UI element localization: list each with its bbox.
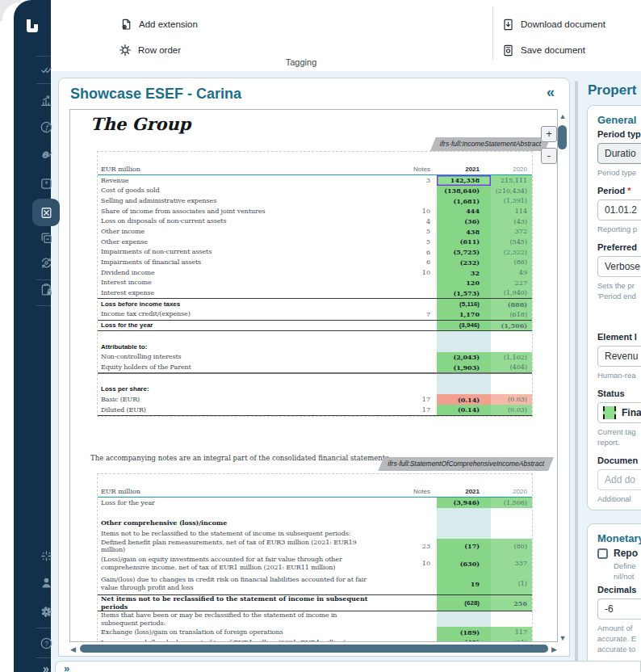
sidebar-item-e-check[interactable]: e [32,140,60,167]
fact-cell-2020[interactable]: (618) [491,309,532,320]
sidebar-item-function[interactable]: ƒ [32,113,60,141]
documentation-input[interactable]: Add do [597,469,641,490]
sidebar-item-copy[interactable] [32,224,60,251]
fact-cell-2021[interactable]: (0.14) [437,394,491,405]
sidebar-expand-icon[interactable]: » [32,662,60,672]
zoom-out-button[interactable]: - [541,148,557,164]
fact-cell-2020[interactable]: (404) [491,362,532,372]
download-document-button[interactable]: Download document [501,16,605,32]
scroll-up-arrow[interactable]: ▲ [557,112,568,120]
preferred-select[interactable]: Verbose [597,256,641,277]
fact-cell-2021[interactable]: 120 [437,278,491,288]
fact-cell-2020[interactable]: 337 [491,554,532,573]
fact-cell-2021[interactable] [437,518,491,528]
fact-cell-2021[interactable]: (5,116) [437,299,491,309]
fact-cell-2020[interactable]: (210,434) [491,186,532,196]
zoom-in-button[interactable]: + [541,126,557,142]
fact-cell-2021[interactable] [437,528,491,539]
app-logo[interactable] [23,16,42,36]
comprehensive-income-tag-badge[interactable]: ifrs-full:StatementOfComprehensiveIncome… [378,457,554,471]
fact-cell-2021[interactable]: 444 [437,206,491,216]
fact-cell-2020[interactable] [491,611,532,627]
period-input[interactable]: 01.01.2 [597,200,641,220]
sidebar-item-star-box[interactable]: * [32,170,60,197]
fact-cell-2021[interactable]: 32 [437,267,491,278]
fact-cell-2020[interactable]: (1) [491,573,532,594]
sidebar-item-double-check[interactable] [32,56,60,83]
fact-cell-2020[interactable]: (51) [491,637,532,642]
fact-cell-2020[interactable] [491,508,532,519]
row-order-button[interactable]: Row order [118,42,181,58]
scroll-right-arrow[interactable]: ▶ [551,645,557,653]
fact-cell-2021[interactable] [437,331,491,342]
fact-cell-2020[interactable] [491,342,532,352]
sidebar-item-gear[interactable] [32,598,60,625]
sidebar-item-spreadsheet-x[interactable] [32,199,60,226]
fact-cell-2021[interactable]: (628) [437,595,491,611]
fact-cell-2021[interactable]: (1,903) [437,362,491,372]
fact-cell-2020[interactable]: (0.03) [491,405,532,415]
fact-cell-2020[interactable]: (545) [491,237,532,247]
fact-cell-2020[interactable]: (1,940) [491,288,532,299]
fact-cell-2021[interactable]: (1,681) [437,195,491,206]
fact-cell-2020[interactable]: 49 [491,267,532,278]
fact-cell-2020[interactable]: (80) [491,539,532,554]
fact-cell-2020[interactable]: (86) [491,258,532,268]
fact-cell-2020[interactable]: (888) [491,299,532,309]
fact-cell-2020[interactable]: (1,102) [491,352,532,363]
fact-cell-2020[interactable]: (1,391) [491,195,532,206]
save-document-button[interactable]: Save document [501,42,585,58]
fact-cell-2021[interactable]: (42) [437,637,491,642]
collapse-panel-icon[interactable]: « [547,84,555,101]
fact-cell-2021[interactable]: (3,946) [437,498,491,508]
fact-cell-2020[interactable] [491,331,532,342]
fact-cell-2020[interactable]: (1,506) [491,498,532,508]
income-statement-tag-badge[interactable]: ifrs-full:IncomeStatementAbstract [430,137,551,151]
fact-cell-2021[interactable]: (611) [437,237,491,247]
fact-cell-2020[interactable]: 227 [491,278,532,288]
fact-cell-2021[interactable]: (0.14) [437,405,491,415]
fact-cell-2020[interactable]: (0.03) [491,394,532,405]
element-label-input[interactable]: Revenu [597,346,641,367]
fact-cell-2021[interactable]: (1,573) [437,288,491,299]
fact-cell-2021[interactable]: (2,043) [437,352,491,363]
fact-cell-2021[interactable]: 1,170 [437,309,491,320]
bottom-drawer-expand-icon[interactable]: » [64,662,69,672]
fact-cell-2021[interactable]: (5,725) [437,247,491,258]
fact-cell-2020[interactable] [491,374,532,384]
fact-cell-2020[interactable]: 117 [491,627,532,637]
fact-cell-2021[interactable]: 19 [437,573,491,594]
period-type-select[interactable]: Duratio [597,143,641,164]
decimals-input[interactable]: -6 [597,598,641,620]
fact-cell-2020[interactable]: 372 [491,226,532,237]
fact-cell-2020[interactable]: 114 [491,206,532,216]
scroll-left-arrow[interactable]: ◀ [70,645,76,653]
sidebar-item-bar-chart[interactable] [32,86,60,114]
tagged-fact-cell-selected[interactable]: 142,338 [437,175,491,186]
fact-cell-2021[interactable]: (17) [437,539,491,554]
fact-cell-2021[interactable]: (138,640) [437,186,491,196]
fact-cell-2021[interactable] [437,374,491,384]
vertical-scrollbar-thumb[interactable] [558,125,567,149]
status-select[interactable]: Fina [597,402,641,423]
fact-cell-2020[interactable] [491,384,532,395]
fact-cell-2021[interactable]: 438 [437,226,491,237]
fact-cell-2020[interactable] [491,528,532,539]
fact-cell-2020[interactable] [491,518,532,528]
sidebar-item-sync[interactable] [32,249,60,276]
fact-cell-2020[interactable]: (43) [491,216,532,227]
sidebar-item-user[interactable] [32,569,60,596]
fact-cell-2021[interactable]: (189) [437,627,491,637]
fact-cell-2021[interactable] [437,611,491,627]
horizontal-scrollbar-thumb[interactable] [80,645,548,653]
fact-cell-2021[interactable]: (3,946) [437,321,491,331]
add-extension-button[interactable]: Add extension [119,16,198,32]
properties-scrollbar[interactable] [575,81,578,667]
fact-cell-2020[interactable]: 215,111 [491,175,532,186]
scroll-down-arrow[interactable]: ▼ [557,634,568,642]
fact-cell-2021[interactable]: (232) [437,258,491,268]
fact-cell-2020[interactable]: (1,506) [491,321,532,331]
fact-cell-2020[interactable]: 256 [491,595,532,611]
fact-cell-2021[interactable] [437,508,491,519]
fact-cell-2020[interactable]: (2,322) [491,247,532,258]
